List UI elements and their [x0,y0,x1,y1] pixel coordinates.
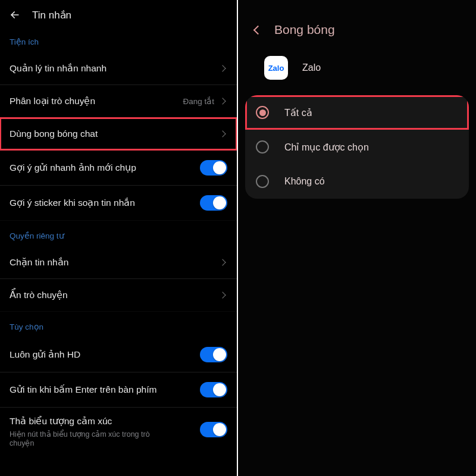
header: Tin nhắn [0,0,237,31]
section-utilities-header: Tiện ích [0,31,237,52]
row-always-hd[interactable]: Luôn gửi ảnh HD [0,337,237,372]
row-label: Gợi ý gửi nhanh ảnh mới chụp [10,162,136,174]
row-label: Luôn gửi ảnh HD [10,349,80,361]
page-title: Tin nhắn [32,9,71,21]
row-hide-conversation[interactable]: Ẩn trò chuyện [0,279,237,311]
bubble-settings-screen: Bong bóng Zalo Zalo Tất cả Chỉ mục được … [238,0,476,476]
radio-unchecked-icon [256,140,269,154]
radio-label: Chỉ mục được chọn [284,142,369,153]
row-use-chat-bubble[interactable]: Dùng bong bóng chat [0,118,237,150]
radio-label: Không có [284,176,325,187]
row-quick-messages[interactable]: Quản lý tin nhắn nhanh [0,52,237,84]
radio-option-selected[interactable]: Chỉ mục được chọn [245,130,469,164]
toggle-on[interactable] [200,347,227,362]
chevron-right-icon [219,259,226,265]
row-label: Gợi ý sticker khi soạn tin nhắn [10,198,135,209]
settings-messages-screen: Tin nhắn Tiện ích Quản lý tin nhắn nhanh… [0,0,238,476]
toggle-on[interactable] [200,195,227,211]
radio-option-none[interactable]: Không có [245,164,469,199]
radio-label: Tất cả [284,107,312,118]
app-row-zalo[interactable]: Zalo Zalo [238,51,476,95]
chevron-right-icon [219,130,226,137]
row-label: Phân loại trò chuyện [10,96,95,107]
toggle-on[interactable] [200,422,227,437]
row-label: Dùng bong bóng chat [10,129,98,140]
header: Bong bóng [238,0,476,51]
chevron-right-icon [219,98,226,104]
row-send-on-enter[interactable]: Gửi tin khi bấm Enter trên bàn phím [0,372,237,407]
radio-checked-icon [256,106,269,119]
row-label: Quản lý tin nhắn nhanh [10,63,107,74]
row-label: Chặn tin nhắn [10,257,68,268]
back-chevron-icon[interactable] [253,25,263,35]
row-value: Đang tắt [183,96,214,106]
section-privacy-header: Quyền riêng tư [0,225,237,246]
app-name: Zalo [302,62,321,73]
row-classify-chat[interactable]: Phân loại trò chuyện Đang tắt [0,85,237,117]
row-drop-emotion[interactable]: Thả biểu tượng cảm xúc Hiện nút thả biểu… [0,408,237,453]
row-label: Ẩn trò chuyện [10,290,68,301]
row-photo-suggest[interactable]: Gợi ý gửi nhanh ảnh mới chụp [0,151,237,185]
back-arrow-icon[interactable] [8,8,21,21]
row-sub: Hiện nút thả biểu tượng cảm xúc trong tr… [10,430,176,447]
chevron-right-icon [219,292,226,298]
row-block-messages[interactable]: Chặn tin nhắn [0,246,237,278]
row-label: Thả biểu tượng cảm xúc [10,416,176,427]
radio-option-all[interactable]: Tất cả [245,95,469,130]
radio-unchecked-icon [256,175,269,188]
section-options-header: Tùy chọn [0,316,237,337]
row-right: Đang tắt [183,96,227,106]
row-text: Thả biểu tượng cảm xúc Hiện nút thả biểu… [10,416,176,447]
radio-group: Tất cả Chỉ mục được chọn Không có [245,95,469,199]
toggle-on[interactable] [200,160,227,176]
zalo-app-icon: Zalo [264,56,288,80]
page-title: Bong bóng [274,23,335,37]
toggle-on[interactable] [200,382,227,397]
chevron-right-icon [219,65,226,71]
row-label: Gửi tin khi bấm Enter trên bàn phím [10,384,156,396]
row-sticker-suggest[interactable]: Gợi ý sticker khi soạn tin nhắn [0,186,237,220]
